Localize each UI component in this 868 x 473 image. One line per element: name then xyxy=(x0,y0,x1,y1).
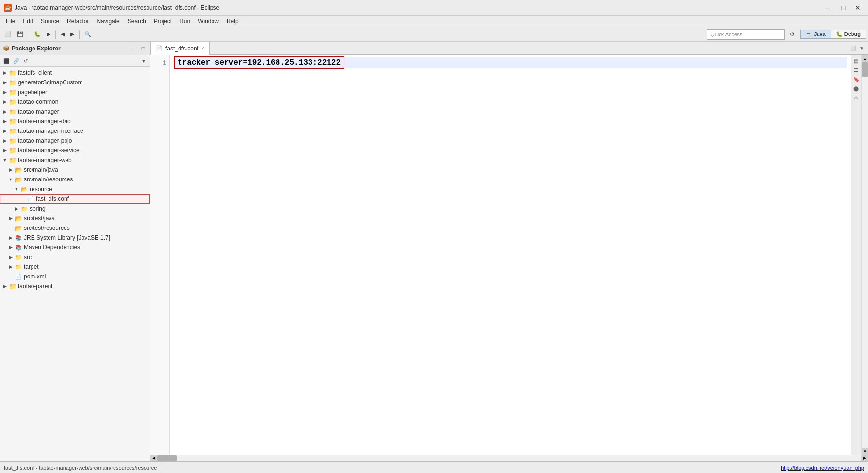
tb-new-button[interactable]: ⬜ xyxy=(2,29,14,40)
status-text: fast_dfs.conf - taotao-manager-web/src/m… xyxy=(4,465,157,471)
tree-item-taotao-manager-interface[interactable]: ▶ 📁 taotao-manager-interface xyxy=(0,126,150,136)
tree-item-maven-deps[interactable]: ▶ 📚 Maven Dependencies xyxy=(0,243,150,252)
menu-help[interactable]: Help xyxy=(223,17,243,26)
tree-item-pagehelper[interactable]: ▶ 📁 pagehelper xyxy=(0,87,150,97)
label-pom-xml: pom.xml xyxy=(24,273,46,280)
minimize-button[interactable]: ─ xyxy=(822,3,835,13)
tab-file-icon: 📄 xyxy=(156,45,163,51)
label-src-main-java: src/main/java xyxy=(24,166,58,173)
pkg-sync-button[interactable]: ↺ xyxy=(21,57,30,65)
tree-item-src[interactable]: ▶ 📁 src xyxy=(0,252,150,262)
editor-vscrollbar[interactable]: ▲ ▼ xyxy=(861,55,868,455)
pkg-maximize-button[interactable]: □ xyxy=(139,45,147,52)
package-explorer-icon: 📦 xyxy=(3,45,10,51)
tb-run-button[interactable]: ▶ xyxy=(44,29,53,40)
tree-item-taotao-manager[interactable]: ▶ 📁 taotao-manager xyxy=(0,107,150,116)
scroll-track xyxy=(862,62,868,448)
icon-spring: 📁 xyxy=(20,205,28,212)
tb-separator-3 xyxy=(79,30,80,39)
tree-item-jre[interactable]: ▶ 📚 JRE System Library [JavaSE-1.7] xyxy=(0,233,150,243)
tb-next-button[interactable]: ▶ xyxy=(68,29,77,40)
menu-refactor[interactable]: Refactor xyxy=(63,17,93,26)
editor-expand-button[interactable]: ⬜ xyxy=(849,44,857,52)
tree-item-pom-xml[interactable]: 📄 pom.xml xyxy=(0,272,150,281)
mini-icon-5[interactable]: ⚠ xyxy=(852,93,861,102)
label-spring: spring xyxy=(30,205,46,212)
pkg-link-button[interactable]: 🔗 xyxy=(12,57,20,65)
editor-more-button[interactable]: ▼ xyxy=(857,44,866,52)
menu-run[interactable]: Run xyxy=(176,17,194,26)
menu-window[interactable]: Window xyxy=(194,17,223,26)
line-num-1: 1 xyxy=(150,57,166,68)
arrow-taotao-manager-web: ▼ xyxy=(2,158,8,163)
code-line-1: tracker_server=192.168.25.133:22122 xyxy=(174,57,847,68)
menu-navigate[interactable]: Navigate xyxy=(93,17,123,26)
menu-search[interactable]: Search xyxy=(124,17,150,26)
editor-hscrollbar[interactable]: ◀ ▶ xyxy=(150,455,868,461)
icon-target: 📁 xyxy=(15,263,22,271)
tree-item-taotao-manager-pojo[interactable]: ▶ 📁 taotao-manager-pojo xyxy=(0,136,150,146)
tree-item-src-test-java[interactable]: ▶ 📂 src/test/java xyxy=(0,213,150,223)
arrow-maven-deps: ▶ xyxy=(8,245,14,250)
perspective-debug[interactable]: 🐛 Debug xyxy=(831,30,866,38)
editor-content[interactable]: tracker_server=192.168.25.133:22122 xyxy=(170,55,851,455)
tab-close-button[interactable]: × xyxy=(201,46,204,51)
hscroll-thumb[interactable] xyxy=(157,455,177,461)
tree-item-src-main-java[interactable]: ▶ 📂 src/main/java xyxy=(0,165,150,175)
quick-access-box[interactable]: Quick Access xyxy=(707,29,785,40)
tree-item-fast-dfs-conf[interactable]: 📄 fast_dfs.conf xyxy=(0,194,150,204)
scroll-thumb[interactable] xyxy=(862,62,868,77)
tree-item-src-main-resources[interactable]: ▼ 📂 src/main/resources xyxy=(0,175,150,184)
hscroll-right-button[interactable]: ▶ xyxy=(861,455,868,462)
tree-item-src-test-resources[interactable]: 📂 src/test/resources xyxy=(0,223,150,233)
pkg-minimize-button[interactable]: ─ xyxy=(131,45,139,52)
arrow-spring: ▶ xyxy=(14,206,19,211)
tb-save-button[interactable]: 💾 xyxy=(15,29,26,40)
maximize-button[interactable]: □ xyxy=(837,3,850,13)
menu-file[interactable]: File xyxy=(2,17,19,26)
icon-fastdfs-client: 📁 xyxy=(9,69,16,77)
mini-icon-4[interactable]: ⬤ xyxy=(852,84,861,93)
mini-icon-3[interactable]: 🔖 xyxy=(852,75,861,83)
icon-taotao-manager-dao: 📁 xyxy=(9,117,16,125)
tree-item-target[interactable]: ▶ 📁 target xyxy=(0,262,150,272)
status-link[interactable]: http://blog.csdn.net/verenyuan_php xyxy=(781,465,864,471)
tree-item-taotao-common[interactable]: ▶ 📁 taotao-common xyxy=(0,97,150,107)
label-taotao-manager-service: taotao-manager-service xyxy=(18,147,80,154)
tb-debug-button[interactable]: 🐛 xyxy=(32,29,43,40)
tree-item-spring[interactable]: ▶ 📁 spring xyxy=(0,204,150,213)
perspective-java[interactable]: ☕ Java xyxy=(801,30,831,38)
arrow-generatorSqlmapCustom: ▶ xyxy=(2,80,8,85)
menu-edit[interactable]: Edit xyxy=(19,17,37,26)
hscroll-left-button[interactable]: ◀ xyxy=(150,455,157,462)
tb-pref-button[interactable]: ⚙ xyxy=(787,29,797,40)
scroll-down-button[interactable]: ▼ xyxy=(862,448,868,455)
tree-item-generatorSqlmapCustom[interactable]: ▶ 📁 generatorSqlmapCustom xyxy=(0,78,150,87)
tb-prev-button[interactable]: ◀ xyxy=(58,29,67,40)
tab-label: fast_dfs.conf xyxy=(165,45,198,52)
icon-maven-deps: 📚 xyxy=(15,244,22,251)
left-panel: 📦 Package Explorer ─ □ ⬛ 🔗 ↺ ▼ ▶ 📁 fastd… xyxy=(0,42,150,461)
arrow-taotao-common: ▶ xyxy=(2,99,8,104)
package-explorer-header: 📦 Package Explorer ─ □ xyxy=(0,42,150,55)
icon-jre: 📚 xyxy=(15,234,22,242)
tree-item-resource[interactable]: ▼ 📂 resource xyxy=(0,184,150,194)
pkg-collapse-button[interactable]: ⬛ xyxy=(2,57,11,65)
close-button[interactable]: ✕ xyxy=(852,3,864,13)
scroll-up-button[interactable]: ▲ xyxy=(862,55,868,62)
arrow-fastdfs-client: ▶ xyxy=(2,70,8,75)
editor-tab-fast-dfs-conf[interactable]: 📄 fast_dfs.conf × xyxy=(150,42,210,55)
mini-icon-2[interactable]: ☰ xyxy=(852,65,861,74)
tree-item-fastdfs-client[interactable]: ▶ 📁 fastdfs_client xyxy=(0,68,150,78)
tree-item-taotao-parent[interactable]: ▶ 📁 taotao-parent xyxy=(0,281,150,291)
tree-item-taotao-manager-service[interactable]: ▶ 📁 taotao-manager-service xyxy=(0,146,150,155)
icon-generatorSqlmapCustom: 📁 xyxy=(9,79,16,86)
menu-project[interactable]: Project xyxy=(150,17,176,26)
tree-item-taotao-manager-web[interactable]: ▼ 📁 taotao-manager-web xyxy=(0,155,150,165)
pkg-viewmenu-button[interactable]: ▼ xyxy=(139,57,148,65)
tb-search-button[interactable]: 🔍 xyxy=(82,29,94,40)
menu-source[interactable]: Source xyxy=(37,17,63,26)
mini-icon-1[interactable]: ▤ xyxy=(852,56,861,65)
main-area: 📦 Package Explorer ─ □ ⬛ 🔗 ↺ ▼ ▶ 📁 fastd… xyxy=(0,42,868,461)
tree-item-taotao-manager-dao[interactable]: ▶ 📁 taotao-manager-dao xyxy=(0,116,150,126)
